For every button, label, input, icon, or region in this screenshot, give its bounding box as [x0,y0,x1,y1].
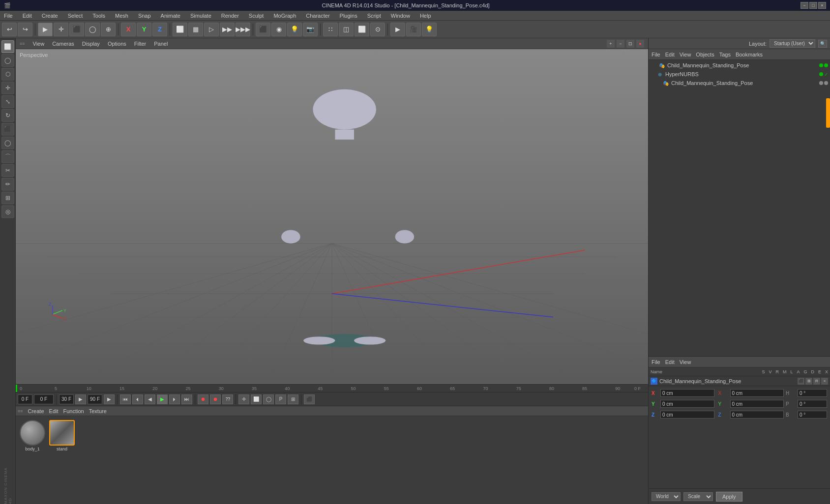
right-panel-scrolltab[interactable] [826,98,830,128]
apply-button[interactable]: Apply [716,492,742,502]
attr-menu-view[interactable]: View [680,359,691,365]
paint-mode-button[interactable]: ⊙ [370,23,385,36]
x-size-field[interactable]: 0 cm [730,389,784,397]
x-btn[interactable]: X [121,23,136,36]
obj-menu-tags[interactable]: Tags [719,52,731,57]
step-forward-button[interactable]: ⏵ [169,394,180,404]
step-back-button[interactable]: ⏴ [132,394,143,404]
obj-row-mannequin-root[interactable]: 🎭 Child_Mannequin_Standing_Pose [649,61,830,70]
knife-tool-button[interactable]: ✂ [1,164,14,177]
y-size-field[interactable]: 0 cm [730,400,784,408]
minimize-button[interactable]: − [800,2,808,9]
menu-script[interactable]: Script [365,13,383,19]
obj-menu-bookmarks[interactable]: Bookmarks [736,52,763,57]
tp-btn-plus[interactable]: ✛ [238,394,249,404]
cube-tool-button[interactable]: ⬛ [1,123,14,136]
vp-menu-panel[interactable]: Panel [154,41,168,47]
b-rot-field[interactable]: 0 ° [798,411,827,419]
maximize-button[interactable]: □ [809,2,817,9]
polys-mode-button[interactable]: ⬜ [355,23,369,36]
brush-tool-button[interactable]: ✏ [1,178,14,191]
render-active-button[interactable]: ▶ [390,23,405,36]
y-btn[interactable]: Y [137,23,151,36]
sphere-tool-button[interactable]: ◯ [1,137,14,149]
scale-button[interactable]: ⤡ [1,95,14,108]
menu-render[interactable]: Render [219,13,241,19]
menu-file[interactable]: File [2,13,15,19]
tp-btn-grid[interactable]: ⊞ [288,394,298,404]
z-pos-field[interactable]: 0 cm [660,411,714,419]
attr-r-button[interactable]: R [813,378,820,385]
play-forward-button[interactable]: ▶ [157,394,168,404]
attr-menu-edit[interactable]: Edit [665,359,675,365]
transform-mode-dropdown[interactable]: Scale Move Rotate [683,492,713,501]
timeline-button[interactable]: ▦ [188,23,203,36]
menu-plugins[interactable]: Plugins [338,13,359,19]
menu-simulate[interactable]: Simulate [188,13,213,19]
render-tool-button[interactable]: ◎ [1,205,14,218]
menu-mesh[interactable]: Mesh [113,13,130,19]
mat-menu-function[interactable]: Function [63,408,84,414]
attr-x-button[interactable]: × [821,378,828,385]
redo-button[interactable]: ↪ [18,23,32,36]
end-frame-field[interactable]: 90 F [88,394,102,404]
move-tool-button[interactable]: ✛ [54,23,68,36]
sphere-prim-button[interactable]: ◉ [271,23,286,36]
attr-vis-button[interactable]: ⊞ [805,378,812,385]
timeline[interactable]: 0 5 10 15 20 25 30 35 40 45 50 55 60 65 … [16,384,648,392]
select-circle-button[interactable]: ◯ [1,54,14,67]
material-item-stand[interactable]: stand [49,420,75,451]
3d-viewport[interactable]: Y X Z Perspective [16,49,648,384]
attr-menu-file[interactable]: File [652,359,660,365]
vp-expand-button[interactable]: + [607,40,615,48]
play-back-button[interactable]: ◀ [145,394,155,404]
select-tool-button[interactable]: ▶ [38,23,53,36]
record-button[interactable]: ⏺ [198,394,208,404]
select-rect-button[interactable]: ⬜ [1,40,14,53]
menu-animate[interactable]: Animate [159,13,182,19]
rotate-tool-button[interactable]: ◯ [85,23,100,36]
keyframe-button[interactable]: ⬜ [173,23,187,36]
menu-window[interactable]: Window [389,13,412,19]
mat-menu-create[interactable]: Create [28,408,44,414]
scale-tool-button[interactable]: ⬛ [69,23,84,36]
menu-mograph[interactable]: MoGraph [271,13,298,19]
record-all-button[interactable]: ⁇ [222,394,233,404]
x-pos-field[interactable]: 0 cm [660,389,714,397]
menu-create[interactable]: Create [40,13,60,19]
menu-select[interactable]: Select [66,13,85,19]
grid-tool-button[interactable]: ⊞ [1,192,14,204]
live-select-button[interactable]: ⊕ [101,23,116,36]
lights-button[interactable]: 💡 [287,23,302,36]
material-item-body1[interactable]: body_1 [20,420,45,451]
vp-dot-button[interactable]: ● [636,40,644,48]
obj-menu-file[interactable]: File [652,52,660,57]
anim-btn1[interactable]: ▷ [204,23,219,36]
obj-menu-edit[interactable]: Edit [665,52,675,57]
cube-prim-button[interactable]: ⬛ [256,23,270,36]
z-size-field[interactable]: 0 cm [730,411,784,419]
menu-sculpt[interactable]: Sculpt [247,13,266,19]
attribute-object-row[interactable]: 🔷 Child_Mannequin_Standing_Pose ⬛ ⊞ R × [649,376,830,386]
camera-button[interactable]: 📷 [303,23,318,36]
current-frame-field[interactable]: 0 F [18,394,32,404]
fps-arrow-button[interactable]: ▶ [75,394,86,404]
menu-character[interactable]: Character [304,13,331,19]
attr-lock-button[interactable]: ⬛ [798,378,804,385]
bend-tool-button[interactable]: ⌒ [1,150,14,163]
tp-btn-circ[interactable]: ◯ [263,394,274,404]
goto-end-button[interactable]: ⏭ [181,394,192,404]
close-button[interactable]: × [818,2,826,9]
record-auto-button[interactable]: ⏺ [210,394,221,404]
tp-btn-key[interactable]: ⬛ [304,394,315,404]
verts-mode-button[interactable]: ∷ [323,23,338,36]
menu-edit[interactable]: Edit [21,13,34,19]
vp-menu-filter[interactable]: Filter [134,41,146,47]
edges-mode-button[interactable]: ◫ [339,23,354,36]
obj-menu-view[interactable]: View [680,52,691,57]
menu-snap[interactable]: Snap [136,13,153,19]
h-rot-field[interactable]: 0 ° [798,389,827,397]
p-rot-field[interactable]: 0 ° [798,400,827,408]
y-pos-field[interactable]: 0 cm [660,400,714,408]
obj-row-hypernurbs[interactable]: ⊕ HyperNURBS ✓ [649,70,830,79]
